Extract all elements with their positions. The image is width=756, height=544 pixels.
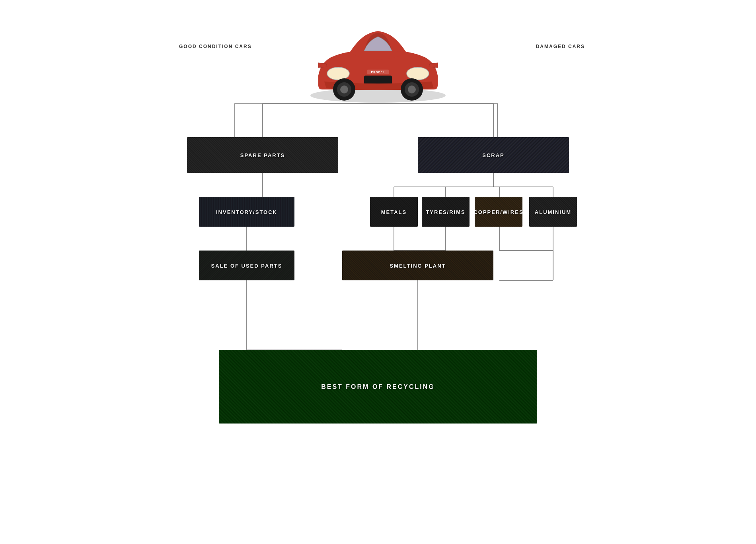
smelting-box[interactable]: SMELTING PLANT — [342, 251, 493, 280]
smelting-label: SMELTING PLANT — [390, 262, 446, 268]
recycling-label: BEST FORM OF RECYCLING — [321, 383, 435, 391]
scrap-label: SCRAP — [482, 152, 505, 158]
spare-parts-box[interactable]: SPARE PARTS — [187, 137, 338, 173]
scrap-box[interactable]: SCRAP — [418, 137, 569, 173]
svg-point-0 — [310, 88, 446, 103]
svg-point-3 — [407, 67, 429, 80]
svg-point-6 — [340, 85, 348, 93]
inventory-label: INVENTORY/STOCK — [216, 209, 277, 215]
tyres-label: TYRES/RIMS — [426, 209, 465, 215]
label-good-condition: GOOD CONDITION CARS — [179, 44, 252, 49]
spare-parts-label: SPARE PARTS — [240, 152, 285, 158]
page-container: GOOD CONDITION CARS DAMAGED CARS — [0, 0, 756, 544]
svg-rect-1 — [364, 76, 392, 84]
metals-box[interactable]: METALS — [370, 197, 418, 227]
recycling-box[interactable]: BEST FORM OF RECYCLING — [219, 350, 537, 424]
car-section: GOOD CONDITION CARS DAMAGED CARS — [159, 12, 597, 99]
copper-box[interactable]: COPPER/WIRES — [475, 197, 522, 227]
svg-point-2 — [327, 67, 349, 80]
label-damaged-cars: DAMAGED CARS — [536, 44, 585, 49]
metals-label: METALS — [381, 209, 407, 215]
svg-text:PROPEL: PROPEL — [371, 71, 385, 74]
inventory-box[interactable]: INVENTORY/STOCK — [199, 197, 294, 227]
flow-diagram: SPARE PARTS SCRAP INVENTORY/STOCK METALS… — [159, 103, 597, 521]
copper-label: COPPER/WIRES — [475, 209, 522, 215]
tyres-box[interactable]: TYRES/RIMS — [422, 197, 470, 227]
aluminium-label: ALUMINIUM — [535, 209, 571, 215]
car-image: PROPEL — [302, 12, 454, 103]
svg-point-9 — [408, 85, 416, 93]
sale-box[interactable]: SALE OF USED PARTS — [199, 251, 294, 280]
aluminium-box[interactable]: ALUMINIUM — [529, 197, 577, 227]
sale-label: SALE OF USED PARTS — [211, 262, 283, 268]
